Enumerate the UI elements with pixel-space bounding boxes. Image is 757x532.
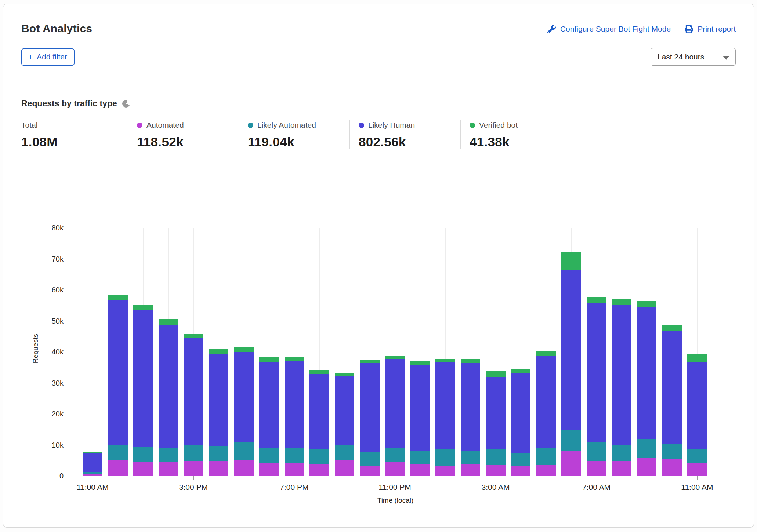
bar-segment-automated	[335, 460, 354, 476]
bar-segment-automated	[234, 460, 254, 476]
bar-segment-likely-human	[83, 453, 102, 472]
bar-900pm[interactable]	[335, 373, 354, 476]
x-axis-tick-label: 3:00 PM	[179, 483, 208, 492]
bar-segment-automated	[662, 459, 682, 476]
bar-segment-verified-bot	[536, 351, 556, 356]
stat-total: Total 1.08M	[21, 120, 128, 149]
stat-automated: Automated 118.52k	[128, 120, 239, 149]
bar-segment-verified-bot	[612, 299, 631, 305]
bar-segment-likely-human	[587, 303, 606, 442]
bar-segment-likely-human	[360, 363, 380, 452]
bar-1100am[interactable]	[83, 452, 102, 476]
bar-segment-likely-automated	[587, 442, 606, 461]
bar-1000pm[interactable]	[360, 360, 380, 476]
bar-300am[interactable]	[486, 371, 506, 476]
bar-400pm[interactable]	[209, 349, 228, 476]
bar-400am[interactable]	[511, 369, 530, 476]
bar-segment-likely-human	[687, 362, 707, 449]
bar-segment-automated	[511, 466, 530, 476]
y-axis-tick-label: 20k	[21, 410, 64, 418]
bar-segment-likely-automated	[486, 449, 506, 465]
print-link-label: Print report	[698, 25, 736, 33]
x-axis-tick-label: 7:00 PM	[280, 483, 308, 492]
time-range-value: Last 24 hours	[658, 52, 704, 61]
legend-dot-likely-human	[359, 123, 364, 128]
bar-segment-verified-bot	[662, 325, 682, 332]
section-title: Requests by traffic type	[21, 99, 117, 109]
bar-segment-likely-human	[184, 338, 203, 445]
stat-likely-human: Likely Human 802.56k	[349, 120, 460, 149]
wrench-icon	[547, 25, 556, 33]
bar-segment-likely-automated	[360, 452, 380, 466]
time-range-select[interactable]: Last 24 hours	[651, 48, 736, 66]
bar-segment-verified-bot	[108, 295, 128, 300]
bar-segment-likely-automated	[83, 472, 102, 474]
header-links: Configure Super Bot Fight Mode Print rep…	[547, 25, 736, 33]
bar-segment-likely-automated	[385, 448, 405, 462]
gridline-x	[93, 228, 93, 476]
bar-700pm[interactable]	[285, 357, 304, 476]
bar-segment-automated	[385, 462, 405, 476]
bar-segment-automated	[612, 461, 631, 476]
bar-segment-likely-automated	[309, 449, 329, 464]
bar-segment-verified-bot	[486, 371, 506, 377]
y-axis-tick-label: 60k	[21, 286, 64, 294]
configure-super-bot-fight-mode-link[interactable]: Configure Super Bot Fight Mode	[547, 25, 671, 33]
y-axis-tick-label: 10k	[21, 441, 64, 449]
bar-segment-likely-human	[108, 300, 128, 445]
bar-300pm[interactable]	[184, 334, 203, 476]
bar-segment-likely-automated	[687, 449, 707, 463]
bar-600pm[interactable]	[259, 357, 279, 476]
bar-segment-verified-bot	[184, 334, 203, 338]
bar-segment-automated	[360, 466, 380, 476]
y-axis-tick-label: 30k	[21, 379, 64, 387]
bar-segment-likely-human	[662, 331, 682, 444]
bar-200am[interactable]	[461, 359, 480, 476]
bar-500am[interactable]	[536, 351, 556, 477]
x-axis-tick-label: 7:00 AM	[582, 483, 611, 492]
bar-100am[interactable]	[435, 359, 455, 476]
stat-likely-automated-value: 119.04k	[248, 135, 349, 149]
stat-automated-label: Automated	[146, 121, 184, 130]
bar-100pm[interactable]	[133, 305, 153, 476]
bar-segment-verified-bot	[259, 357, 279, 362]
bar-1200pm[interactable]	[108, 295, 128, 476]
bar-segment-likely-human	[435, 362, 455, 449]
bot-analytics-card: Bot Analytics Configure Super Bot Fight …	[3, 4, 754, 528]
bar-800pm[interactable]	[309, 370, 329, 476]
bar-segment-likely-automated	[410, 451, 430, 464]
bar-segment-automated	[285, 463, 304, 476]
bar-500pm[interactable]	[234, 347, 254, 476]
add-filter-label: Add filter	[37, 52, 67, 61]
bar-1100pm[interactable]	[385, 356, 405, 476]
bar-segment-verified-bot	[385, 356, 405, 358]
bar-segment-verified-bot	[360, 360, 380, 363]
bar-segment-verified-bot	[159, 319, 178, 325]
bar-segment-likely-human	[486, 377, 506, 450]
stat-verified-bot-value: 41.38k	[470, 135, 571, 149]
chevron-down-icon	[723, 56, 729, 60]
bar-800am[interactable]	[612, 299, 631, 476]
bar-1100am[interactable]	[687, 354, 707, 476]
add-filter-button[interactable]: + Add filter	[21, 48, 75, 66]
bar-segment-automated	[637, 458, 656, 476]
bar-600am[interactable]	[561, 252, 581, 476]
bar-segment-likely-human	[561, 270, 581, 430]
bar-900am[interactable]	[637, 301, 656, 476]
legend-dot-likely-automated	[248, 123, 253, 128]
stat-total-label: Total	[21, 121, 37, 130]
bar-segment-automated	[561, 451, 581, 476]
bar-segment-likely-human	[159, 325, 178, 448]
printer-icon	[685, 25, 693, 33]
print-report-link[interactable]: Print report	[685, 25, 736, 33]
bar-segment-automated	[133, 462, 153, 476]
bar-700am[interactable]	[587, 297, 606, 476]
bar-1000am[interactable]	[662, 325, 682, 476]
bar-1200am[interactable]	[410, 361, 430, 476]
bar-segment-automated	[309, 464, 329, 476]
bar-200pm[interactable]	[159, 319, 178, 476]
requests-by-traffic-type-chart: Requests Time (local) 010k20k30k40k50k60…	[21, 149, 736, 511]
bar-segment-likely-automated	[536, 448, 556, 465]
bar-segment-likely-automated	[637, 439, 656, 458]
bar-segment-verified-bot	[587, 297, 606, 303]
